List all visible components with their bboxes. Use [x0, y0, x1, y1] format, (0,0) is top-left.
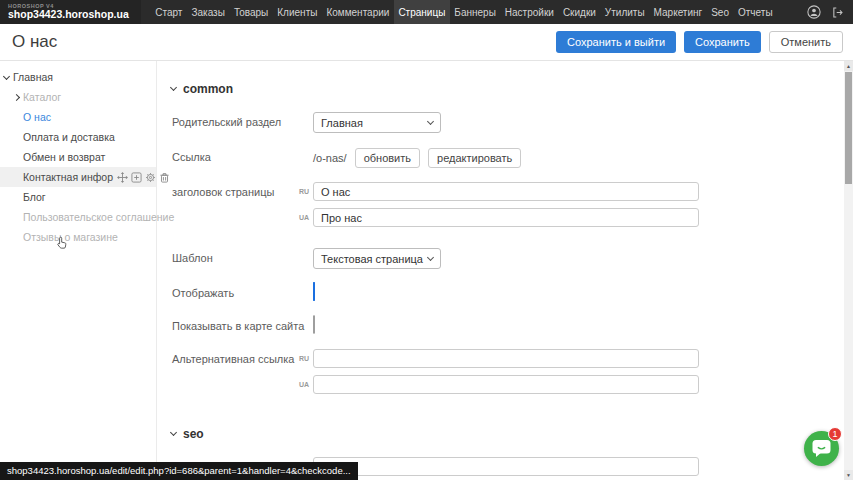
chat-unread-badge: 1 — [828, 427, 842, 441]
header-action-buttons: Сохранить и выйти Сохранить Отменить — [556, 31, 843, 53]
topbar-right-controls — [807, 0, 853, 24]
section-common-header[interactable]: common — [171, 82, 844, 96]
menu-item-comments[interactable]: Комментарии — [322, 0, 394, 24]
menu-item-seo[interactable]: Seo — [707, 0, 734, 24]
pages-tree-sidebar: Главная Каталог О нас Оплата и доставка … — [0, 61, 157, 480]
tree-item-label: Обмен и возврат — [23, 151, 105, 163]
tree-item-soglashenie[interactable]: Пользовательское соглашение — [0, 207, 156, 227]
menu-item-marketing[interactable]: Маркетинг — [649, 0, 707, 24]
sitemap-row: Показывать в карте сайта — [164, 316, 844, 335]
scrollbar-up-arrow[interactable]: ▲ — [844, 61, 853, 71]
link-refresh-button[interactable]: обновить — [355, 148, 420, 168]
link-label: Ссылка — [164, 147, 313, 168]
link-path-value: /o-nas/ — [313, 152, 347, 164]
parent-section-label: Родительский раздел — [164, 112, 313, 133]
section-seo-header[interactable]: seo — [171, 427, 844, 441]
menu-item-orders[interactable]: Заказы — [187, 0, 229, 24]
top-menu: Старт Заказы Товары Клиенты Комментарии … — [151, 0, 777, 24]
template-select[interactable]: Текстовая страница — [313, 248, 441, 269]
display-row: Отображать — [164, 283, 844, 302]
user-account-icon[interactable] — [807, 5, 821, 19]
status-bar-link-url: shop34423.horoshop.ua/edit/edit.php?id=6… — [0, 462, 358, 480]
chevron-down-icon — [427, 254, 434, 261]
brand-domain-label: shop34423.horoshop.ua — [8, 9, 129, 21]
lang-ru-tag: RU — [299, 188, 309, 195]
sitemap-checkbox[interactable] — [313, 315, 315, 334]
menu-item-discounts[interactable]: Скидки — [558, 0, 600, 24]
display-checkbox[interactable] — [313, 282, 315, 301]
page-edit-form: common Родительский раздел Главная Ссылк… — [158, 61, 844, 480]
scrollbar-down-arrow[interactable]: ▼ — [844, 470, 853, 480]
tree-item-hover-actions — [117, 172, 170, 183]
save-and-exit-button[interactable]: Сохранить и выйти — [556, 31, 676, 53]
chat-bubble-icon — [812, 439, 831, 458]
tree-item-label: Пользовательское соглашение — [23, 211, 174, 223]
chevron-down-icon — [170, 84, 177, 91]
tree-item-kontaktnaya[interactable]: Контактная инфор — [0, 167, 156, 187]
tree-item-obmen[interactable]: Обмен и возврат — [0, 147, 156, 167]
cancel-button[interactable]: Отменить — [769, 31, 843, 53]
save-button[interactable]: Сохранить — [684, 31, 761, 53]
menu-item-clients[interactable]: Клиенты — [273, 0, 322, 24]
template-selected-value: Текстовая страница — [321, 253, 423, 265]
tree-item-label: Оплата и доставка — [23, 131, 115, 143]
tree-item-label: Отзывы о магазине — [23, 231, 118, 243]
display-label: Отображать — [164, 283, 313, 302]
menu-item-utilities[interactable]: Утилиты — [600, 0, 649, 24]
menu-item-pages[interactable]: Страницы — [394, 0, 450, 24]
tree-item-label: Каталог — [23, 91, 61, 103]
template-label: Шаблон — [164, 248, 313, 269]
support-chat-button[interactable]: 1 — [804, 431, 839, 466]
page-title-label: заголовок страницы — [164, 182, 313, 234]
tree-item-blog[interactable]: Блог — [0, 187, 156, 207]
tree-item-oplata[interactable]: Оплата и доставка — [0, 127, 156, 147]
tree-item-label: Контактная инфор — [23, 171, 113, 183]
horoshop-admin-app: HOROSHOP V4 shop34423.horoshop.ua Старт … — [0, 0, 853, 480]
gear-icon[interactable] — [145, 172, 156, 183]
chevron-down-icon[interactable] — [3, 73, 10, 80]
html-title-ru-input[interactable] — [313, 457, 699, 476]
chevron-down-icon — [427, 118, 434, 125]
tree-item-label: Блог — [23, 191, 46, 203]
lang-ua-tag: UA — [299, 381, 309, 388]
page-title-ru-input[interactable] — [313, 182, 699, 201]
menu-item-products[interactable]: Товары — [229, 0, 272, 24]
menu-item-settings[interactable]: Настройки — [500, 0, 558, 24]
brand-logo[interactable]: HOROSHOP V4 shop34423.horoshop.ua — [0, 0, 141, 24]
chevron-down-icon — [170, 429, 177, 436]
menu-item-banners[interactable]: Баннеры — [450, 0, 500, 24]
section-seo-title: seo — [183, 427, 204, 441]
section-common-title: common — [183, 82, 233, 96]
alt-link-row: Альтернативная ссылка RU UA — [164, 349, 844, 401]
tree-item-glavnaya[interactable]: Главная — [0, 67, 156, 87]
parent-section-row: Родительский раздел Главная — [164, 112, 844, 133]
add-page-icon[interactable] — [131, 172, 142, 183]
alt-link-ru-input[interactable] — [313, 349, 699, 368]
tree-item-label: Главная — [13, 71, 53, 83]
link-row: Ссылка /o-nas/ обновить редактировать — [164, 147, 844, 168]
scrollbar-thumb[interactable] — [845, 72, 852, 184]
menu-item-reports[interactable]: Отчеты — [734, 0, 778, 24]
alt-link-label: Альтернативная ссылка — [164, 349, 313, 401]
link-edit-button[interactable]: редактировать — [428, 148, 521, 168]
page-header: О нас Сохранить и выйти Сохранить Отмени… — [0, 24, 853, 61]
page-title-row: заголовок страницы RU UA — [164, 182, 844, 234]
tree-item-o-nas[interactable]: О нас — [0, 107, 156, 127]
sitemap-label: Показывать в карте сайта — [164, 316, 313, 335]
parent-section-select[interactable]: Главная — [313, 112, 441, 133]
page-title: О нас — [12, 32, 57, 52]
tree-item-label: О нас — [23, 111, 51, 123]
move-icon[interactable] — [117, 172, 128, 183]
delete-icon[interactable] — [159, 172, 170, 183]
logout-icon[interactable] — [830, 5, 844, 19]
vertical-scrollbar[interactable]: ▲ ▼ — [844, 61, 853, 480]
top-nav-bar: HOROSHOP V4 shop34423.horoshop.ua Старт … — [0, 0, 853, 24]
page-title-ua-input[interactable] — [313, 208, 699, 227]
template-row: Шаблон Текстовая страница — [164, 248, 844, 269]
chevron-right-icon[interactable] — [13, 94, 20, 101]
tree-item-otzyvy[interactable]: Отзывы о магазине — [0, 227, 156, 247]
tree-item-katalog[interactable]: Каталог — [0, 87, 156, 107]
alt-link-ua-input[interactable] — [313, 375, 699, 394]
menu-item-start[interactable]: Старт — [151, 0, 187, 24]
lang-ua-tag: UA — [299, 214, 309, 221]
